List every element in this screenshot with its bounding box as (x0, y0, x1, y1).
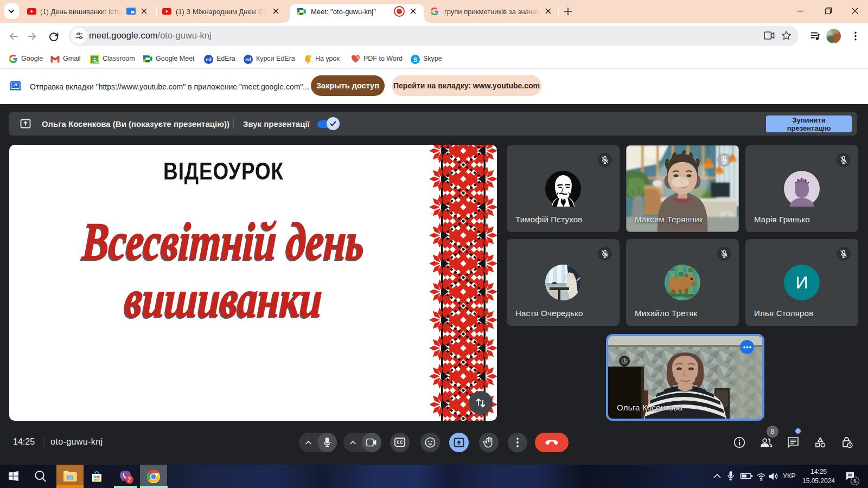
svg-text:S: S (413, 56, 418, 63)
svg-text:ed: ed (245, 57, 251, 62)
svg-text:ed: ed (206, 57, 212, 62)
